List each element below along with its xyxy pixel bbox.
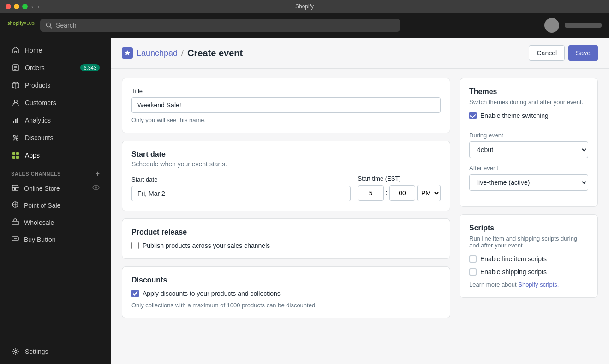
- start-date-label: Start date: [131, 176, 351, 183]
- main-content: Title Only you will see this name. Start…: [111, 69, 609, 364]
- sidebar-item-home[interactable]: Home: [4, 42, 107, 59]
- during-event-select[interactable]: debut live-theme (active) dawn: [469, 141, 588, 158]
- back-button[interactable]: ‹: [31, 3, 34, 10]
- sidebar-item-point-of-sale[interactable]: Point of Sale: [4, 197, 107, 213]
- apps-icon: [11, 151, 20, 160]
- shipping-scripts-row[interactable]: Enable shipping scripts: [469, 268, 588, 276]
- svg-rect-27: [12, 221, 18, 225]
- sidebar-item-online-store[interactable]: Online Store: [4, 180, 107, 196]
- minimize-button[interactable]: [14, 4, 19, 9]
- themes-desc: Switch themes during and after your even…: [469, 99, 588, 106]
- search-icon: [46, 22, 52, 29]
- close-button[interactable]: [6, 4, 11, 9]
- avatar: [544, 18, 559, 33]
- svg-rect-17: [12, 156, 15, 159]
- save-button[interactable]: Save: [568, 45, 598, 61]
- sidebar-item-analytics-label: Analytics: [25, 117, 51, 124]
- time-colon: :: [386, 189, 388, 197]
- buy-button-icon: [11, 235, 19, 244]
- minute-input[interactable]: [389, 185, 415, 201]
- svg-rect-18: [16, 156, 19, 159]
- discounts-checkbox-row: Apply discounts to your products and col…: [131, 290, 441, 297]
- customers-icon: [11, 98, 20, 107]
- start-date-subtitle: Schedule when your event starts.: [131, 160, 441, 168]
- sidebar-item-orders-label: Orders: [25, 64, 45, 71]
- discounts-checkbox-label[interactable]: Apply discounts to your products and col…: [131, 290, 441, 297]
- enable-theme-switching-checkbox[interactable]: [469, 112, 477, 119]
- date-row: Start date Start time (EST) : AM: [131, 175, 441, 201]
- start-date-field: Start date: [131, 176, 351, 201]
- themes-title: Themes: [469, 88, 588, 96]
- sidebar-item-home-label: Home: [25, 47, 42, 54]
- start-date-input[interactable]: [131, 186, 351, 201]
- start-time-field: Start time (EST) : AM PM: [358, 175, 441, 201]
- product-release-checkbox[interactable]: [131, 242, 139, 249]
- forward-button[interactable]: ›: [37, 3, 40, 10]
- sidebar-item-wholesale[interactable]: Wholesale: [4, 214, 107, 230]
- add-sales-channel-button[interactable]: +: [96, 170, 100, 178]
- product-release-checkbox-label[interactable]: Publish products across your sales chann…: [131, 242, 441, 249]
- svg-rect-16: [16, 152, 19, 155]
- header-actions: Cancel Save: [529, 45, 598, 61]
- title-input[interactable]: [131, 97, 441, 113]
- sidebar-item-products[interactable]: Products: [4, 77, 107, 94]
- fullscreen-button[interactable]: [22, 4, 28, 9]
- themes-panel: Themes Switch themes during and after yo…: [460, 78, 598, 207]
- hour-input[interactable]: [358, 185, 384, 201]
- page-header: Launchpad / Create event Cancel Save: [111, 38, 609, 69]
- discounts-label-text: Apply discounts to your products and col…: [143, 290, 281, 297]
- shopify-scripts-link[interactable]: Shopify scripts.: [518, 281, 559, 288]
- eye-icon[interactable]: [92, 184, 100, 193]
- cancel-button[interactable]: Cancel: [529, 45, 565, 61]
- scripts-panel: Scripts Run line item and shipping scrip…: [460, 214, 598, 298]
- svg-rect-15: [12, 152, 15, 155]
- shipping-scripts-checkbox[interactable]: [469, 268, 477, 276]
- product-release-label-text: Publish products across your sales chann…: [143, 242, 270, 249]
- analytics-icon: [11, 116, 20, 125]
- during-event-field: During event debut live-theme (active) d…: [469, 132, 588, 158]
- sidebar-item-customers[interactable]: Customers: [4, 94, 107, 111]
- discounts-hint: Only collections with a maximum of 1000 …: [131, 302, 441, 309]
- sidebar-item-analytics[interactable]: Analytics: [4, 112, 107, 129]
- title-label: Title: [131, 88, 441, 94]
- discounts-checkbox[interactable]: [131, 290, 139, 297]
- ampm-select[interactable]: AM PM: [417, 185, 441, 201]
- start-date-title: Start date: [131, 150, 441, 159]
- svg-rect-20: [14, 188, 16, 190]
- orders-icon: [11, 63, 20, 72]
- traffic-lights: [6, 4, 28, 9]
- sidebar-item-apps[interactable]: Apps: [4, 147, 107, 164]
- app-body: Home Orders 6,343 P: [0, 38, 609, 364]
- product-release-title: Product release: [131, 228, 441, 236]
- breadcrumb-link[interactable]: Launchpad: [137, 48, 178, 58]
- products-icon: [11, 81, 20, 90]
- sidebar-item-online-store-label: Online Store: [24, 185, 60, 192]
- window-title: Shopify: [295, 3, 314, 10]
- after-event-select[interactable]: debut live-theme (active) dawn: [469, 174, 588, 191]
- svg-point-8: [14, 100, 17, 103]
- svg-point-12: [13, 135, 15, 137]
- sidebar-item-discounts[interactable]: Discounts: [4, 129, 107, 146]
- themes-divider: [469, 126, 588, 126]
- svg-line-14: [13, 135, 18, 140]
- scripts-title: Scripts: [469, 224, 588, 232]
- sidebar-item-orders[interactable]: Orders 6,343: [4, 59, 107, 76]
- enable-theme-switching-row[interactable]: Enable theme switching: [469, 112, 588, 119]
- line-item-scripts-row[interactable]: Enable line item scripts: [469, 255, 588, 263]
- search-bar[interactable]: Search: [40, 19, 400, 32]
- line-item-scripts-checkbox[interactable]: [469, 255, 477, 263]
- after-event-field: After event debut live-theme (active) da…: [469, 164, 588, 191]
- title-bar: ‹ › Shopify: [0, 0, 609, 13]
- discounts-title: Discounts: [131, 276, 441, 284]
- left-column: Title Only you will see this name. Start…: [122, 78, 450, 355]
- title-hint: Only you will see this name.: [131, 117, 441, 123]
- start-time-label: Start time (EST): [358, 175, 441, 182]
- shipping-scripts-label: Enable shipping scripts: [480, 268, 547, 276]
- sidebar-item-products-label: Products: [25, 82, 50, 89]
- svg-line-1: [50, 27, 52, 29]
- launchpad-icon: [122, 47, 133, 59]
- enable-theme-switching-label: Enable theme switching: [480, 112, 549, 119]
- sidebar-item-settings[interactable]: Settings: [4, 343, 107, 360]
- orders-badge: 6,343: [80, 64, 100, 71]
- sidebar-item-buy-button[interactable]: Buy Button: [4, 231, 107, 247]
